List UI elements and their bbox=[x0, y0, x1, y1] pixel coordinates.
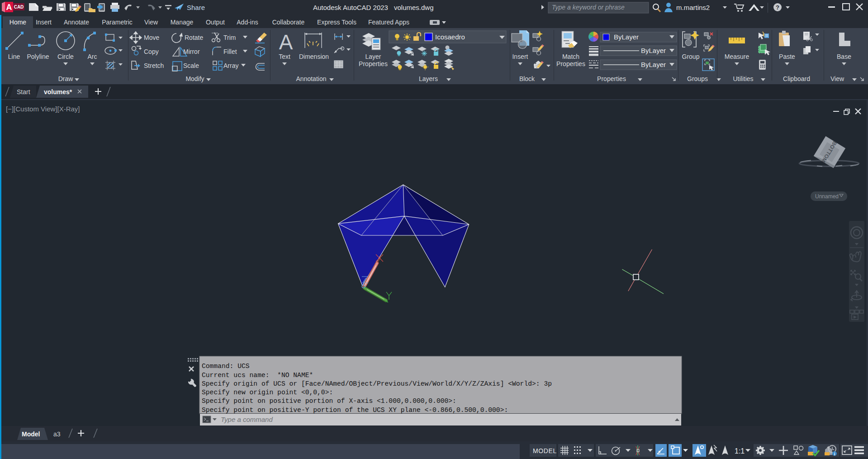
svg-text:Specify point on positive port: Specify point on positive portion of X-a… bbox=[202, 397, 456, 405]
svg-text:Properties: Properties bbox=[556, 60, 585, 67]
svg-text:Mirror: Mirror bbox=[183, 48, 200, 55]
svg-text:Current ucs name: *NO NAME*: Current ucs name: *NO NAME* bbox=[202, 372, 313, 379]
svg-text:volumes*: volumes* bbox=[44, 88, 72, 96]
svg-text:Match: Match bbox=[562, 53, 579, 60]
svg-text:Copy: Copy bbox=[144, 48, 159, 55]
svg-text:Icosaedro: Icosaedro bbox=[435, 33, 465, 41]
svg-text:Unnamed: Unnamed bbox=[815, 193, 839, 200]
svg-text:Autodesk AutoCAD 2023: Autodesk AutoCAD 2023 bbox=[313, 4, 388, 11]
svg-text:Type a keyword or phrase: Type a keyword or phrase bbox=[552, 4, 625, 11]
svg-text:Command: UCS: Command: UCS bbox=[202, 363, 250, 370]
svg-text:Specify new origin point <0,0,: Specify new origin point <0,0,0>: bbox=[202, 389, 333, 396]
svg-text:Annotation: Annotation bbox=[296, 75, 327, 82]
svg-text:Rotate: Rotate bbox=[185, 34, 203, 41]
svg-text:Trim: Trim bbox=[223, 34, 236, 41]
svg-text:Stretch: Stretch bbox=[144, 62, 164, 69]
svg-text:Base: Base bbox=[837, 53, 851, 60]
svg-text:Draw: Draw bbox=[58, 75, 74, 82]
svg-text:A: A bbox=[279, 30, 293, 54]
svg-text:[−][Custom View][X-Ray]: [−][Custom View][X-Ray] bbox=[6, 105, 80, 113]
svg-text:?: ? bbox=[776, 4, 779, 11]
svg-text:ByLayer: ByLayer bbox=[641, 47, 666, 54]
svg-text:Block: Block bbox=[519, 75, 535, 82]
svg-text:volumes.dwg: volumes.dwg bbox=[394, 4, 434, 11]
svg-text:Properties: Properties bbox=[359, 60, 388, 67]
svg-text:Layers: Layers bbox=[419, 75, 438, 82]
svg-text:Array: Array bbox=[223, 62, 238, 69]
svg-text:Text: Text bbox=[279, 53, 290, 60]
svg-text:Arc: Arc bbox=[88, 53, 97, 60]
svg-text:View: View bbox=[830, 75, 844, 82]
svg-text:Specify point on positive-Y po: Specify point on positive-Y portion of t… bbox=[202, 406, 508, 414]
svg-text:MODEL: MODEL bbox=[533, 447, 557, 454]
svg-text:Groups: Groups bbox=[687, 75, 708, 82]
svg-text:Model: Model bbox=[22, 430, 40, 438]
svg-text:Utilities: Utilities bbox=[733, 75, 753, 82]
svg-text:Move: Move bbox=[144, 34, 159, 41]
svg-text:m.martins2: m.martins2 bbox=[676, 4, 710, 11]
svg-text:Polyline: Polyline bbox=[27, 53, 49, 60]
svg-text:ByLayer: ByLayer bbox=[614, 33, 639, 41]
svg-text:CAD: CAD bbox=[14, 5, 24, 10]
svg-text:Modify: Modify bbox=[185, 75, 204, 82]
svg-text:Layer: Layer bbox=[365, 53, 381, 60]
svg-text:Clipboard: Clipboard bbox=[783, 75, 810, 82]
svg-text:Scale: Scale bbox=[183, 62, 199, 69]
svg-text:A: A bbox=[6, 3, 12, 12]
svg-text:Share: Share bbox=[187, 4, 205, 11]
svg-text:Paste: Paste bbox=[779, 53, 795, 60]
svg-text:Circle: Circle bbox=[57, 53, 74, 60]
svg-text:Insert: Insert bbox=[512, 53, 528, 60]
svg-text:Type a command: Type a command bbox=[221, 416, 273, 423]
svg-text:Fillet: Fillet bbox=[223, 48, 237, 55]
svg-text:i: i bbox=[834, 452, 835, 456]
svg-text:Measure: Measure bbox=[725, 53, 749, 60]
svg-text:ByLayer: ByLayer bbox=[641, 61, 666, 68]
svg-text:Start: Start bbox=[17, 88, 30, 96]
svg-text:Group: Group bbox=[682, 53, 700, 60]
svg-text:Dimension: Dimension bbox=[299, 53, 329, 60]
svg-text:a3: a3 bbox=[53, 430, 61, 438]
svg-text:1:1: 1:1 bbox=[735, 447, 745, 455]
svg-text:Specify origin of UCS or [Face: Specify origin of UCS or [Face/NAmed/OBj… bbox=[202, 380, 552, 387]
svg-text:Line: Line bbox=[8, 53, 20, 60]
svg-text:Properties: Properties bbox=[597, 75, 626, 82]
